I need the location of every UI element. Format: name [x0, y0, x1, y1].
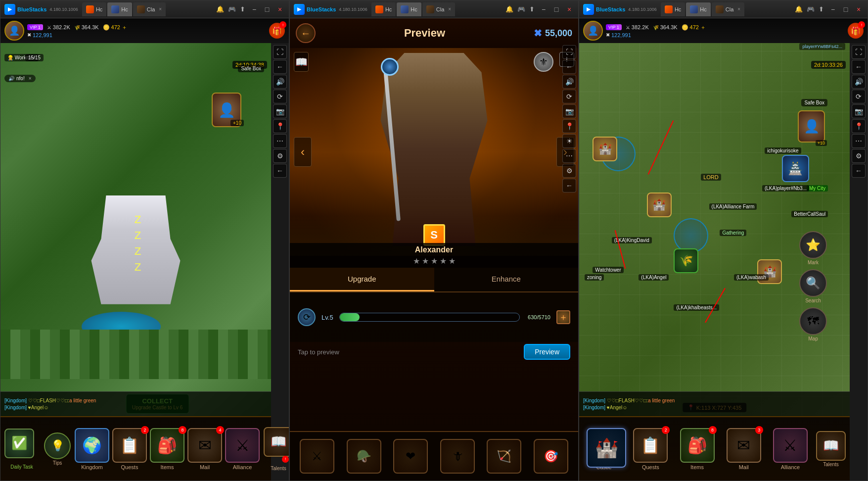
gear-btn-3[interactable]: ⚙ [852, 149, 866, 163]
volume-btn-3[interactable]: 🔊 [852, 75, 866, 89]
player-id-badge: player#Yw8BFs42... [799, 43, 845, 50]
map-map-btn[interactable]: 🗺 Map [796, 307, 830, 341]
nav-alliance-1[interactable]: ⚔ Alliance [224, 426, 261, 472]
enhance-tab[interactable]: Enhance [434, 268, 579, 291]
back-btn-2[interactable]: ← [562, 60, 576, 74]
rotate-btn-3[interactable]: ⟳ [852, 90, 866, 103]
bell-icon-3[interactable]: 🔔 [795, 5, 803, 13]
gamepad-icon-3[interactable]: 🎮 [807, 5, 815, 13]
maximize-button-2[interactable]: □ [551, 4, 561, 14]
gear-btn-1[interactable]: ⚙ [273, 149, 287, 163]
tab-close-icon-2[interactable]: × [448, 6, 451, 12]
hero-book-button[interactable]: 📖 [294, 52, 309, 72]
nav-quests-1[interactable]: 📋 2 Quests [111, 426, 148, 472]
maximize-button[interactable]: □ [262, 4, 272, 14]
gamepad-icon[interactable]: 🎮 [228, 5, 236, 13]
close-button-2[interactable]: × [564, 4, 574, 14]
arrow-down-btn-2[interactable]: ← [562, 179, 576, 192]
nav-alliance-3[interactable]: ⚔ Alliance [768, 426, 813, 472]
hero-item-slot-4[interactable]: 🗡 [440, 439, 475, 474]
arrow-down-btn-3[interactable]: ← [852, 164, 866, 178]
my-city-icon[interactable]: 🏯 [782, 155, 809, 182]
gear-btn-2[interactable]: ⚙ [562, 164, 576, 178]
more-btn-2[interactable]: ⋯ [562, 149, 576, 163]
tab-home[interactable]: Hc [82, 2, 106, 16]
bell-icon-2[interactable]: 🔔 [505, 5, 513, 13]
hero-item-slot-2[interactable]: 🪖 [347, 439, 381, 474]
gift-button-3[interactable]: 🎁 ! [848, 23, 864, 39]
tab-game2[interactable]: Cla × [133, 2, 166, 16]
upgrade-tabs: Upgrade Enhance [290, 268, 578, 292]
arrow-icon-3[interactable]: ⬆ [819, 5, 824, 13]
hero-item-slot-5[interactable]: 🏹 [487, 439, 521, 474]
fullscreen-btn-1[interactable]: ⛶ [273, 45, 287, 59]
brightness-btn-2[interactable]: ☀ [562, 134, 576, 148]
daily-task-area[interactable]: ✅ Daily Task [2, 427, 41, 472]
nav-items-1a[interactable]: 🎒 8 Items [149, 426, 185, 472]
close-info-icon[interactable]: × [29, 76, 32, 81]
hero-item-slot-3[interactable]: ❤ [393, 439, 428, 474]
nav-mail-1[interactable]: ✉ 4 Mail [186, 426, 223, 472]
more-btn-3[interactable]: ⋯ [852, 134, 866, 148]
close-button-3[interactable]: × [854, 4, 864, 14]
tab-home-2[interactable]: Hc [371, 2, 396, 16]
player-avatar-3[interactable]: 👤 [583, 21, 603, 41]
tab-game2-3[interactable]: Cla × [712, 2, 744, 16]
volume-btn-2[interactable]: 🔊 [562, 75, 576, 89]
hero-item-slot-1[interactable]: ⚔ [300, 439, 334, 474]
safe-box-badge-1[interactable]: Safe Box [238, 65, 264, 72]
arrow-down-btn-1[interactable]: ← [273, 164, 287, 178]
arrow-icon-2[interactable]: ⬆ [529, 5, 535, 13]
upgrade-tab[interactable]: Upgrade [290, 268, 434, 291]
arrow-icon[interactable]: ⬆ [240, 5, 245, 13]
rotate-btn-1[interactable]: ⟳ [273, 90, 287, 103]
preview-back-button[interactable]: ← [296, 23, 316, 43]
talents-area-3[interactable]: 📖 Talents [814, 429, 848, 469]
tab-close-icon-3[interactable]: × [737, 6, 740, 12]
more-btn-1[interactable]: ⋯ [273, 134, 287, 148]
close-button[interactable]: × [275, 4, 285, 14]
volume-btn-1[interactable]: 🔊 [273, 75, 287, 89]
nav-kingdom-1[interactable]: 🌍 Kingdom [74, 426, 110, 472]
minimize-button-3[interactable]: − [828, 4, 838, 14]
location-btn-1[interactable]: 📍 [273, 119, 287, 133]
back-btn-1[interactable]: ← [273, 60, 287, 74]
talents-area-1[interactable]: 📖 ! Talents [262, 425, 289, 473]
nav-items-3a[interactable]: 🎒 8 Items [674, 426, 720, 472]
fullscreen-btn-3[interactable]: ⛶ [852, 45, 866, 59]
camera-btn-2[interactable]: 📷 [562, 104, 576, 118]
camera-btn-3[interactable]: 📷 [852, 104, 866, 118]
camera-btn-1[interactable]: 📷 [273, 104, 287, 118]
level-plus-button[interactable]: ＋ [556, 310, 570, 324]
gift-button-1[interactable]: 🎁 ! [269, 23, 285, 39]
safe-box-badge-3[interactable]: Safe Box [801, 99, 827, 106]
map-mark-btn[interactable]: ⭐ Mark [796, 231, 830, 265]
hero-prev-button[interactable]: ‹ [294, 137, 312, 167]
nav-quests-3[interactable]: 📋 2 Quests [628, 426, 673, 472]
rotate-btn-2[interactable]: ⟳ [562, 90, 576, 103]
map-search-btn[interactable]: 🔍 Search [796, 269, 830, 303]
preview-button[interactable]: Preview [524, 344, 570, 360]
location-btn-2[interactable]: 📍 [562, 119, 576, 133]
tab-game1-2[interactable]: Hc [397, 2, 421, 16]
tab-game1-3[interactable]: Hc [686, 2, 710, 16]
gamepad-icon-2[interactable]: 🎮 [517, 5, 525, 13]
nav-mail-3[interactable]: ✉ 3 Mail [721, 426, 767, 472]
nav-castle-3[interactable]: 🏰 Castle [581, 426, 627, 472]
bell-icon[interactable]: 🔔 [216, 5, 224, 13]
gold-plus[interactable]: ＋ [122, 24, 127, 31]
back-btn-3[interactable]: ← [852, 60, 866, 74]
minimize-button-2[interactable]: − [539, 4, 548, 14]
player-avatar-1[interactable]: 👤 [4, 21, 24, 41]
tab-game1[interactable]: Hc [107, 2, 132, 16]
hero-item-slot-6[interactable]: 🎯 [534, 439, 568, 474]
maximize-button-3[interactable]: □ [841, 4, 851, 14]
tab-game2-2[interactable]: Cla × [422, 2, 455, 16]
tips-area[interactable]: 💡 Tips [42, 431, 73, 468]
minimize-button[interactable]: − [249, 4, 259, 14]
tab-close-icon[interactable]: × [159, 6, 162, 12]
gold-plus-3[interactable]: ＋ [700, 24, 706, 31]
fullscreen-btn-2[interactable]: ⛶ [562, 45, 576, 59]
location-btn-3[interactable]: 📍 [852, 119, 866, 133]
tab-home-3[interactable]: Hc [661, 2, 685, 16]
